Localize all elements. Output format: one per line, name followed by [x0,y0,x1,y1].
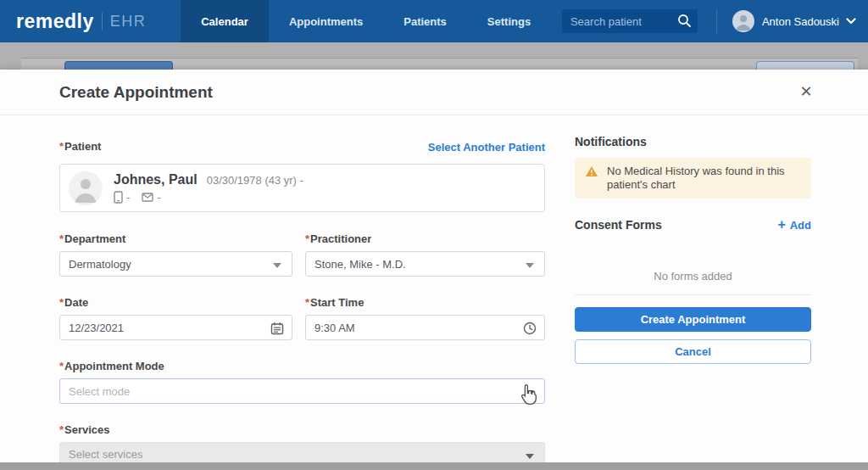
search-icon[interactable] [677,14,692,28]
appointment-mode-placeholder: Select mode [69,385,130,398]
chevron-down-icon [846,18,856,25]
modal-title: Create Appointment [59,70,213,115]
department-select[interactable]: Dermatology [59,251,292,277]
warning-icon [585,165,598,192]
caret-down-icon [526,454,534,459]
create-appointment-modal: Create Appointment ✕ *Patient Select Ano… [0,70,868,462]
top-nav: remedly EHR Calendar Appointments Patien… [0,0,868,42]
appointment-mode-label: *Appointment Mode [59,360,164,372]
logo-text: remedly [16,10,94,33]
patient-search[interactable] [562,9,698,33]
calendar-icon[interactable] [270,322,284,335]
nav-right: Anton Sadouski [562,0,856,42]
patient-label: *Patient [59,140,101,154]
warning-text: No Medical History was found in this pat… [607,165,801,192]
user-avatar [732,10,754,32]
email-icon [142,193,153,202]
patient-avatar [69,171,103,205]
services-placeholder: Select services [69,448,142,461]
date-value: 12/23/2021 [69,322,124,334]
plus-icon: + [777,219,785,231]
patient-name: Johnes, Paul [114,172,198,187]
nav-tab-calendar[interactable]: Calendar [181,0,269,42]
start-time-value: 9:30 AM [314,322,355,334]
required-marker: * [305,296,309,309]
appointment-form: *Patient Select Another Patient Johnes, … [59,115,545,466]
logo-suffix: EHR [102,13,147,31]
caret-down-icon [273,263,281,268]
notifications-heading: Notifications [575,134,811,149]
practitioner-field: *Practitioner Stone, Mike - M.D. [305,231,545,277]
required-marker: * [59,423,64,436]
patient-dob: 03/30/1978 (43 yr) - [207,174,303,187]
appointment-mode-field: *Appointment Mode Select mode [59,358,545,404]
background-button-fragment-left [64,61,173,70]
nav-divider [716,8,717,34]
close-icon[interactable]: ✕ [795,81,817,103]
services-label: *Services [59,423,110,436]
caret-down-icon [526,263,534,268]
start-time-label: *Start Time [305,296,364,309]
date-input[interactable]: 12/23/2021 [59,315,292,340]
no-forms-text: No forms added [575,270,811,283]
backdrop-bottom-strip [0,462,868,470]
nav-tab-patients[interactable]: Patients [383,0,467,42]
consent-forms-heading: Consent Forms [575,217,662,232]
create-appointment-button[interactable]: Create Appointment [575,307,811,332]
appointment-sidebar: Notifications No Medical History was fou… [575,115,811,364]
nav-tab-settings[interactable]: Settings [467,0,551,42]
nav-tabs: Calendar Appointments Patients Settings [181,0,551,42]
app-screen: remedly EHR Calendar Appointments Patien… [0,0,868,470]
clock-icon[interactable] [523,322,537,335]
start-time-field: *Start Time 9:30 AM [305,294,545,340]
required-marker: * [305,232,309,245]
date-label: *Date [59,296,88,309]
nav-tab-appointments[interactable]: Appointments [269,0,383,42]
add-consent-form-link[interactable]: + Add [777,219,811,232]
appointment-mode-select[interactable]: Select mode [59,378,545,404]
user-menu[interactable]: Anton Sadouski [732,10,856,32]
required-marker: * [59,232,64,245]
start-time-input[interactable]: 9:30 AM [305,315,545,340]
user-name: Anton Sadouski [762,15,839,28]
patient-info: Johnes, Paul 03/30/1978 (43 yr) - - - [114,172,303,204]
notification-warning: No Medical History was found in this pat… [575,158,811,199]
patient-card: Johnes, Paul 03/30/1978 (43 yr) - - - [59,164,545,212]
phone-icon [114,191,123,204]
sidebar-divider [575,294,811,295]
required-marker: * [59,296,64,309]
practitioner-value: Stone, Mike - M.D. [314,258,406,271]
caret-down-icon [526,390,534,395]
background-button-fragment-right [756,61,854,70]
modal-header: Create Appointment ✕ [0,70,868,115]
date-field: *Date 12/23/2021 [59,294,292,340]
department-value: Dermatology [69,258,131,271]
add-label: Add [790,219,811,232]
practitioner-select[interactable]: Stone, Mike - M.D. [305,251,545,277]
department-field: *Department Dermatology [59,231,292,277]
patient-phone-value: - [126,191,130,204]
services-field: *Services Select services [59,422,545,466]
select-another-patient-link[interactable]: Select Another Patient [428,141,545,154]
app-logo[interactable]: remedly EHR [16,0,146,42]
patient-email-value: - [157,191,160,204]
department-label: *Department [59,232,125,245]
practitioner-label: *Practitioner [305,232,371,245]
required-marker: * [59,140,64,153]
required-marker: * [59,360,64,372]
cancel-button[interactable]: Cancel [575,339,811,364]
